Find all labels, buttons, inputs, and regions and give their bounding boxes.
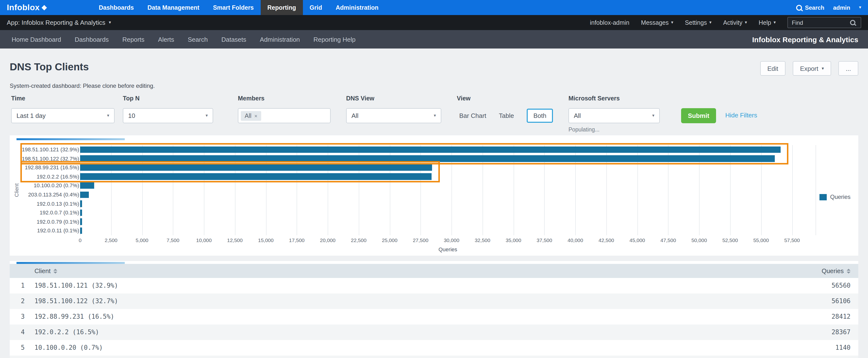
reporting-nav-item-reports[interactable]: Reports (116, 36, 151, 43)
app-bar-item-label: Settings (685, 19, 707, 26)
time-filter-select[interactable]: Last 1 day▾ (11, 108, 115, 123)
app-bar-item-settings[interactable]: Settings▾ (685, 19, 711, 26)
top-nav-item-dashboards[interactable]: Dashboards (92, 0, 141, 15)
x-axis-tick-label: 47,500 (653, 237, 684, 243)
column-header-queries[interactable]: Queries (822, 264, 850, 278)
reporting-nav-item-administration[interactable]: Administration (253, 36, 307, 43)
table-row[interactable]: 3192.88.99.231 (16.5%)28412 (10, 309, 858, 325)
chart-bar[interactable] (80, 146, 780, 153)
chart-bar[interactable] (80, 200, 82, 207)
table-row[interactable]: 510.100.0.20 (0.7%)1140 (10, 340, 858, 356)
app-bar-item-help[interactable]: Help▾ (759, 19, 776, 26)
x-axis-tick-label: 17,500 (281, 237, 312, 243)
global-search-link[interactable]: Search (796, 4, 824, 11)
reporting-nav-item-alerts[interactable]: Alerts (151, 36, 181, 43)
logo-text: Infoblox (7, 3, 39, 12)
chart-bar[interactable] (80, 228, 82, 234)
column-header-client[interactable]: Client (34, 264, 58, 278)
x-axis-tick-label: 0 (65, 237, 96, 243)
chevron-down-icon: ▾ (774, 20, 776, 25)
topn-filter-select[interactable]: 10▾ (123, 108, 213, 123)
top-nav-item-smart-folders[interactable]: Smart Folders (206, 0, 260, 15)
row-client: 10.100.0.20 (0.7%) (34, 340, 103, 356)
app-switcher[interactable]: App: Infoblox Reporting & Analytics ▾ (7, 19, 111, 26)
view-option-both[interactable]: Both (526, 109, 553, 123)
dnsview-filter-select[interactable]: All▾ (346, 108, 441, 123)
msservers-filter-select[interactable]: All▾ (568, 108, 660, 123)
table-row-partial (10, 356, 858, 358)
more-actions-button[interactable]: ... (838, 61, 858, 76)
chart-bar[interactable] (80, 209, 82, 216)
reporting-nav-item-search[interactable]: Search (181, 36, 215, 43)
hide-filters-link[interactable]: Hide Filters (725, 111, 757, 119)
chart-legend[interactable]: Queries (819, 194, 850, 200)
table-progress-bar (17, 262, 125, 264)
chart-bar[interactable] (80, 191, 89, 198)
chart-bar[interactable] (80, 164, 432, 171)
x-axis-tick-label: 52,500 (715, 237, 746, 243)
user-menu-caret-icon[interactable]: ▾ (859, 5, 861, 10)
find-search-icon (850, 20, 856, 25)
x-axis-tick-label: 25,000 (374, 237, 405, 243)
search-icon (796, 5, 802, 10)
top-nav-item-grid[interactable]: Grid (303, 0, 329, 15)
chart-category-label: 192.0.0.7 (0.1%) (11, 208, 79, 217)
chart-x-axis-label: Queries (80, 247, 815, 252)
reporting-nav-item-reporting-help[interactable]: Reporting Help (307, 36, 362, 43)
app-switcher-caret-icon: ▾ (109, 20, 111, 25)
legend-label: Queries (830, 194, 850, 200)
table-row[interactable]: 1198.51.100.121 (32.9%)56560 (10, 278, 858, 293)
table-row[interactable]: 4192.0.2.2 (16.5%)28367 (10, 325, 858, 340)
top-nav-item-data-management[interactable]: Data Management (141, 0, 206, 15)
submit-button[interactable]: Submit (681, 108, 716, 123)
chart-gridline (792, 145, 793, 235)
table-header: Client Queries (10, 264, 858, 278)
top-nav-right: Search admin ▾ (796, 0, 868, 15)
chart-category-label: 192.0.0.13 (0.1%) (11, 199, 79, 208)
chevron-down-icon: ▾ (671, 20, 673, 25)
edit-button[interactable]: Edit (760, 61, 785, 76)
app-bar-item-label: Activity (723, 19, 742, 26)
infoblox-app: Infoblox ❖ DashboardsData ManagementSmar… (0, 0, 868, 358)
view-filter-label: View (457, 95, 471, 102)
legend-swatch (819, 194, 827, 200)
chart-bar[interactable] (80, 155, 775, 162)
chart-category-label: 192.0.0.79 (0.1%) (11, 217, 79, 226)
chevron-down-icon: ▾ (434, 113, 436, 118)
table-row[interactable]: 2198.51.100.122 (32.7%)56106 (10, 293, 858, 309)
app-bar-item-activity[interactable]: Activity▾ (723, 19, 747, 26)
chart-category-label: 198.51.100.122 (32.7%) (11, 154, 79, 163)
bar-chart-panel: Client Queries Queries 02,5005,0007,5001… (10, 135, 858, 256)
export-button[interactable]: Export▾ (793, 61, 831, 76)
reporting-nav-item-datasets[interactable]: Datasets (215, 36, 253, 43)
x-axis-tick-label: 22,500 (343, 237, 374, 243)
reporting-nav-item-dashboards[interactable]: Dashboards (68, 36, 116, 43)
x-axis-tick-label: 42,500 (591, 237, 622, 243)
chevron-down-icon: ▾ (107, 113, 109, 118)
reporting-nav: Home DashboardDashboardsReportsAlertsSea… (0, 30, 868, 48)
app-bar: App: Infoblox Reporting & Analytics ▾ in… (0, 15, 868, 30)
chart-bar[interactable] (80, 219, 82, 225)
members-filter-input[interactable]: All × (238, 108, 331, 123)
app-bar-item-messages[interactable]: Messages▾ (641, 19, 673, 26)
row-queries: 28412 (832, 309, 850, 325)
view-option-bar-chart[interactable]: Bar Chart (459, 112, 486, 119)
page-title: DNS Top Clients (10, 61, 89, 73)
chart-category-label: 192.0.0.11 (0.1%) (11, 226, 79, 235)
chart-bar[interactable] (80, 183, 94, 189)
remove-tag-icon[interactable]: × (254, 113, 257, 119)
top-nav-item-reporting[interactable]: Reporting (261, 0, 303, 15)
top-nav-item-administration[interactable]: Administration (329, 0, 385, 15)
page-subtitle: System-created dashboard: Please clone b… (10, 83, 155, 89)
chart-category-label: 192.0.2.2 (16.5%) (11, 172, 79, 181)
reporting-nav-item-home-dashboard[interactable]: Home Dashboard (5, 36, 68, 43)
view-option-table[interactable]: Table (499, 112, 514, 119)
row-client: 198.51.100.122 (32.7%) (34, 293, 118, 309)
app-bar-item-label: Help (759, 19, 771, 26)
dashboard-actions: Edit Export▾ ... (760, 61, 858, 76)
infoblox-logo-icon: ❖ (41, 4, 47, 11)
chart-bar[interactable] (80, 173, 431, 180)
app-bar-item-infoblox-admin[interactable]: infoblox-admin (590, 19, 629, 26)
user-menu[interactable]: admin (833, 4, 850, 11)
infoblox-logo[interactable]: Infoblox ❖ (0, 0, 54, 15)
